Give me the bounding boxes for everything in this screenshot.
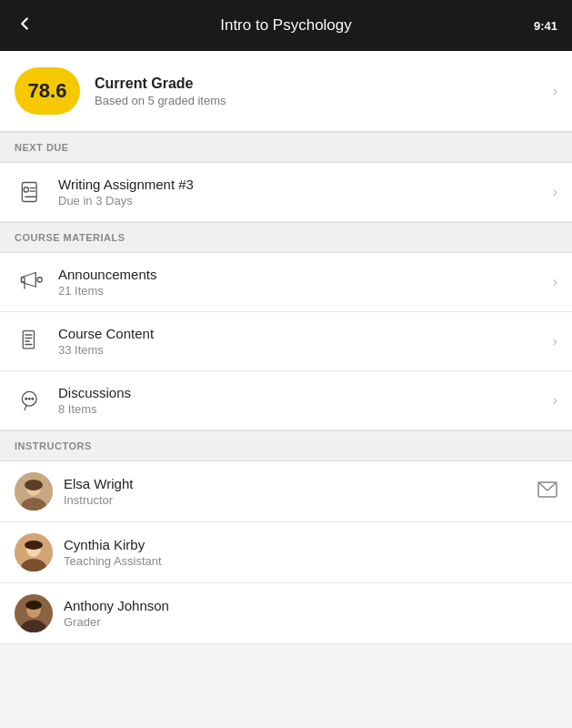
discussions-icon (15, 384, 47, 417)
header-title: Intro to Psychology (220, 16, 352, 35)
course-materials-section-header: COURSE MATERIALS (0, 222, 572, 253)
header: Intro to Psychology 9:41 (0, 0, 572, 51)
svg-point-17 (32, 398, 34, 399)
svg-point-26 (25, 541, 43, 550)
course-content-icon (15, 325, 47, 358)
announcements-item[interactable]: Announcements 21 Items › (0, 253, 572, 312)
svg-rect-6 (22, 278, 25, 282)
instructor-name-anthony: Anthony Johnson (64, 598, 557, 613)
svg-rect-0 (22, 183, 36, 202)
svg-point-15 (25, 398, 27, 399)
instructor-role-anthony: Grader (64, 615, 557, 629)
announcements-title: Announcements (58, 267, 553, 282)
course-content-text: Course Content 33 Items (58, 326, 553, 357)
mail-icon[interactable] (537, 481, 557, 502)
avatar-elsa (15, 472, 53, 511)
discussions-text: Discussions 8 Items (58, 385, 553, 416)
grade-card[interactable]: 78.6 Current Grade Based on 5 graded ite… (0, 51, 572, 132)
svg-point-1 (24, 187, 28, 192)
back-button[interactable] (15, 14, 35, 37)
clock: 9:41 (534, 19, 557, 33)
announcements-text: Announcements 21 Items (58, 267, 553, 298)
svg-point-16 (28, 398, 30, 399)
next-due-text: Writing Assignment #3 Due in 3 Days (58, 177, 553, 207)
next-due-item[interactable]: Writing Assignment #3 Due in 3 Days › (0, 163, 572, 222)
chevron-right-icon: › (553, 392, 557, 409)
instructor-name-elsa: Elsa Wright (64, 476, 537, 491)
course-content-subtitle: 33 Items (58, 343, 553, 357)
instructor-text-anthony: Anthony Johnson Grader (64, 598, 557, 629)
instructor-name-cynthia: Cynthia Kirby (64, 537, 557, 552)
grade-info: Current Grade Based on 5 graded items (95, 76, 553, 107)
status-bar: 9:41 (534, 19, 557, 33)
announcements-icon (15, 266, 47, 298)
grade-title: Current Grade (95, 76, 553, 92)
next-due-subtitle: Due in 3 Days (58, 194, 553, 207)
instructor-item-elsa: Elsa Wright Instructor (0, 461, 572, 522)
chevron-right-icon: › (553, 83, 557, 99)
svg-point-8 (37, 278, 42, 282)
instructor-item-anthony: Anthony Johnson Grader (0, 583, 572, 644)
announcements-subtitle: 21 Items (58, 284, 553, 298)
instructor-role-cynthia: Teaching Assistant (64, 554, 557, 568)
grade-bubble: 78.6 (15, 67, 80, 115)
next-due-title: Writing Assignment #3 (58, 177, 553, 192)
assignment-icon (15, 176, 47, 208)
discussions-subtitle: 8 Items (58, 402, 553, 416)
avatar-anthony (15, 594, 53, 632)
chevron-right-icon: › (553, 274, 557, 290)
svg-rect-9 (23, 331, 34, 349)
grade-subtitle: Based on 5 graded items (95, 94, 553, 107)
avatar-cynthia (15, 533, 53, 571)
discussions-title: Discussions (58, 385, 553, 400)
svg-marker-5 (22, 273, 36, 288)
discussions-item[interactable]: Discussions 8 Items › (0, 371, 572, 430)
chevron-right-icon: › (553, 184, 557, 200)
next-due-section-header: NEXT DUE (0, 132, 572, 163)
chevron-right-icon: › (553, 333, 557, 349)
instructor-text-elsa: Elsa Wright Instructor (64, 476, 537, 507)
instructor-role-elsa: Instructor (64, 493, 537, 507)
instructor-text-cynthia: Cynthia Kirby Teaching Assistant (64, 537, 557, 568)
course-content-title: Course Content (58, 326, 553, 341)
course-content-item[interactable]: Course Content 33 Items › (0, 312, 572, 371)
instructor-item-cynthia: Cynthia Kirby Teaching Assistant (0, 522, 572, 583)
svg-point-30 (25, 601, 42, 610)
instructors-section-header: INSTRUCTORS (0, 430, 572, 461)
svg-point-21 (25, 480, 43, 490)
